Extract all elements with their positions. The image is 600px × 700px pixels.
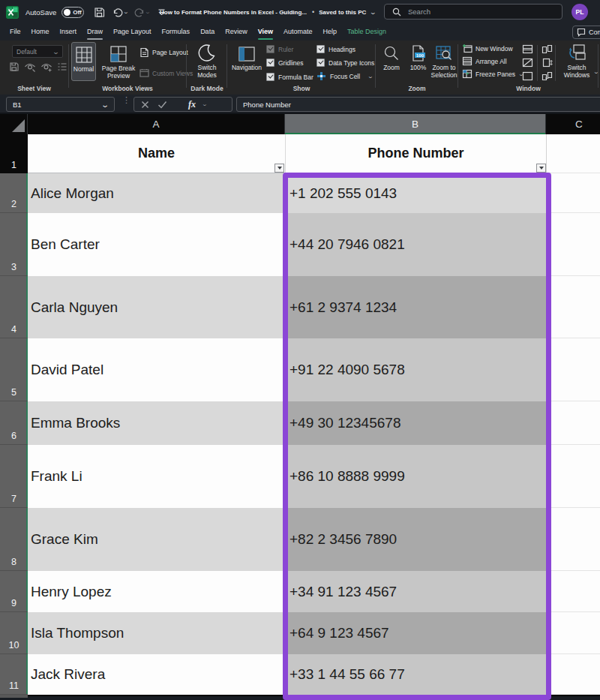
cell-a1-name-header[interactable]: Name (28, 134, 285, 173)
tab-insert[interactable]: Insert (55, 24, 82, 41)
saved-status-chevron-icon[interactable]: ⌄ (370, 9, 377, 16)
phone-filter-button[interactable] (536, 164, 546, 173)
cell-c2[interactable] (546, 173, 600, 213)
synchronous-scrolling-button[interactable] (542, 57, 553, 71)
tab-draw[interactable]: Draw (82, 24, 108, 41)
page-layout-button[interactable]: Page Layout (140, 47, 188, 58)
cell-b6-phone[interactable]: +49 30 12345678 (285, 401, 546, 445)
tab-data[interactable]: Data (195, 24, 220, 41)
normal-view-button[interactable]: Normal (71, 42, 96, 81)
gridlines-checkbox[interactable]: Gridlines (266, 59, 304, 67)
comments-button[interactable]: Com (572, 26, 600, 39)
headings-checkbox[interactable]: Headings (316, 45, 356, 53)
arrange-all-button[interactable]: Arrange All (462, 56, 507, 66)
cell-c10[interactable] (546, 612, 600, 654)
navigation-button[interactable]: Navigation (230, 42, 264, 81)
tab-review[interactable]: Review (220, 24, 253, 41)
row-header-3[interactable]: 3 (0, 213, 28, 276)
cell-a8-name[interactable]: Grace Kim (28, 508, 285, 571)
cell-b8-phone[interactable]: +82 2 3456 7890 (285, 508, 546, 571)
row-header-1[interactable]: 1 (0, 134, 28, 173)
column-header-a[interactable]: A (28, 114, 285, 134)
insert-function-icon[interactable]: fx (188, 99, 196, 110)
select-all-button[interactable] (0, 114, 28, 134)
cell-b1-phone-header[interactable]: Phone Number (285, 134, 546, 173)
keep-sheet-view-icon[interactable] (9, 62, 20, 72)
cell-c6[interactable] (546, 401, 600, 445)
data-type-icons-checkbox[interactable]: Data Type Icons (316, 59, 374, 67)
row-header-6[interactable]: 6 (0, 401, 28, 445)
row-header-9[interactable]: 9 (0, 571, 28, 612)
tab-table-design[interactable]: Table Design (342, 24, 392, 41)
row-header-4[interactable]: 4 (0, 276, 28, 338)
switch-modes-button[interactable]: Switch Modes (188, 42, 226, 84)
new-sheet-view-icon[interactable] (40, 62, 52, 72)
formula-bar-expand-icon[interactable]: ⌄ (202, 101, 208, 107)
cell-c1[interactable] (546, 134, 600, 173)
zoom-to-selection-button[interactable]: Zoom to Selection (430, 42, 458, 84)
cell-b11-phone[interactable]: +33 1 44 55 66 77 (285, 654, 546, 695)
cell-a3-name[interactable]: Ben Carter (28, 213, 285, 276)
cell-a5-name[interactable]: David Patel (28, 338, 285, 401)
autosave-toggle[interactable]: Off (62, 7, 84, 18)
tab-file[interactable]: File (4, 24, 26, 41)
redo-dropdown-icon[interactable]: ⌄ (145, 9, 151, 15)
cell-a7-name[interactable]: Frank Li (28, 445, 285, 508)
zoom-100-button[interactable]: 100 100% (406, 42, 430, 81)
reset-window-position-button[interactable] (542, 71, 553, 84)
tab-page-layout[interactable]: Page Layout (108, 24, 157, 41)
cell-b5-phone[interactable]: +91 22 4090 5678 (285, 338, 546, 401)
new-window-button[interactable]: New Window (462, 44, 513, 53)
cell-a11-name[interactable]: Jack Rivera (28, 654, 285, 695)
sheet-view-options-icon[interactable] (57, 62, 68, 72)
hide-window-button[interactable] (522, 57, 533, 71)
cell-b2-phone[interactable]: +1 202 555 0143 (285, 173, 546, 213)
cell-c5[interactable] (546, 338, 600, 401)
row-header-2[interactable]: 2 (0, 173, 28, 213)
undo-button[interactable]: ⌄ (112, 8, 128, 17)
view-side-by-side-button[interactable] (542, 44, 553, 57)
tab-home[interactable]: Home (26, 24, 55, 41)
cell-b10-phone[interactable]: +64 9 123 4567 (285, 612, 546, 654)
freeze-panes-button[interactable]: Freeze Panes ⌄ (462, 69, 524, 79)
unhide-window-button[interactable] (522, 71, 533, 84)
zoom-button[interactable]: Zoom (378, 42, 405, 81)
cell-a9-name[interactable]: Henry Lopez (28, 571, 285, 612)
split-button[interactable] (522, 44, 533, 57)
switch-windows-button[interactable]: Switch Windows ⌄ (556, 42, 597, 84)
tab-help[interactable]: Help (318, 24, 343, 41)
cell-c7[interactable] (546, 445, 600, 508)
formula-bar-checkbox[interactable]: Formula Bar (266, 73, 314, 81)
search-input[interactable]: Search (384, 4, 562, 20)
formula-bar-drag-handle[interactable]: ⋮ (122, 98, 127, 102)
avatar[interactable]: PL (572, 4, 588, 20)
cell-b4-phone[interactable]: +61 2 9374 1234 (285, 276, 546, 338)
cell-c8[interactable] (546, 508, 600, 571)
save-button[interactable] (94, 7, 105, 18)
column-header-b[interactable]: B (285, 114, 546, 134)
name-box[interactable]: B1 ⌄ (6, 97, 115, 112)
cell-b7-phone[interactable]: +86 10 8888 9999 (285, 445, 546, 508)
custom-views-button[interactable]: Custom Views (140, 68, 193, 78)
redo-button[interactable]: ⌄ (134, 8, 150, 17)
ruler-checkbox[interactable]: Ruler (266, 45, 293, 53)
name-filter-button[interactable] (274, 164, 284, 173)
cancel-icon[interactable] (141, 101, 149, 109)
cell-c9[interactable] (546, 571, 600, 612)
cell-c3[interactable] (546, 213, 600, 276)
cell-b3-phone[interactable]: +44 20 7946 0821 (285, 213, 546, 276)
tab-view[interactable]: View (253, 24, 278, 41)
cell-a4-name[interactable]: Carla Nguyen (28, 276, 285, 338)
sheet-view-dropdown[interactable]: Default ⌄ (12, 45, 63, 58)
column-header-c[interactable]: C (546, 114, 600, 134)
row-header-7[interactable]: 7 (0, 445, 28, 508)
cell-a6-name[interactable]: Emma Brooks (28, 401, 285, 445)
exit-sheet-view-icon[interactable] (24, 62, 36, 72)
row-header-5[interactable]: 5 (0, 338, 28, 401)
formula-input[interactable]: Phone Number (236, 97, 600, 112)
saved-status[interactable]: Saved to this PC (319, 9, 366, 16)
cell-c11[interactable] (546, 654, 600, 695)
cell-a10-name[interactable]: Isla Thompson (28, 612, 285, 654)
row-header-8[interactable]: 8 (0, 508, 28, 571)
name-box-dropdown-icon[interactable]: ⌄ (100, 101, 109, 109)
